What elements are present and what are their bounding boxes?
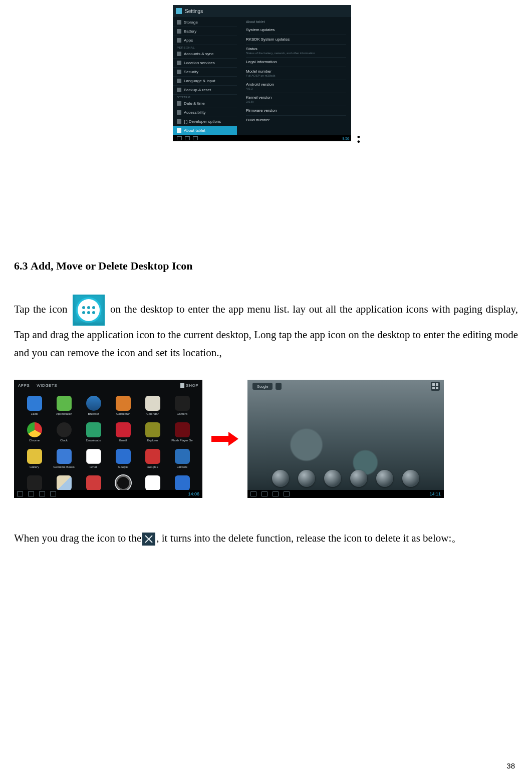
recents-icon bbox=[273, 491, 279, 496]
home-icon bbox=[185, 136, 190, 140]
app-label: Calendar bbox=[146, 412, 158, 415]
mic-icon bbox=[276, 383, 282, 390]
app-item: Gemeine Books bbox=[51, 449, 77, 468]
settings-screenshot: Settings Storage Battery Apps PERSONAL A… bbox=[173, 5, 359, 145]
app-item: Camera bbox=[169, 396, 195, 415]
app-item: Google bbox=[110, 449, 136, 468]
app-icon bbox=[57, 422, 72, 437]
app-item: 1688 bbox=[21, 396, 48, 415]
app-icon bbox=[57, 449, 72, 464]
app-label: Chrome bbox=[29, 439, 40, 442]
app-icon bbox=[27, 449, 42, 464]
app-label: Email bbox=[119, 439, 127, 442]
app-icon bbox=[57, 475, 72, 490]
app-item: Clock bbox=[51, 422, 77, 442]
home-icon bbox=[261, 491, 268, 496]
paragraph-1: Tap the icon on the desktop to enter the… bbox=[14, 295, 518, 362]
app-item: Gmail bbox=[80, 449, 107, 468]
app-label: Gallery bbox=[30, 465, 39, 468]
app-icon bbox=[86, 396, 101, 411]
apps-drawer-icon bbox=[73, 295, 105, 326]
app-item: Flash Player Se bbox=[169, 422, 195, 442]
app-icon bbox=[116, 449, 131, 464]
app-label: Explorer bbox=[147, 439, 158, 442]
app-icon bbox=[57, 396, 72, 411]
dock-icon bbox=[350, 470, 367, 487]
app-icon bbox=[27, 396, 42, 411]
app-icon bbox=[145, 396, 160, 411]
apps-button-icon bbox=[431, 382, 440, 391]
app-icon bbox=[145, 475, 160, 490]
app-drawer-screenshot: APPS WIDGETS SHOP 1688ApkInstallerBrowse… bbox=[14, 380, 202, 498]
app-icon bbox=[27, 475, 42, 490]
dock-icon bbox=[402, 470, 419, 487]
tab-widgets: WIDGETS bbox=[37, 383, 57, 388]
app-item: Google+ bbox=[139, 449, 166, 468]
app-icon bbox=[145, 449, 160, 464]
app-item: Downloads bbox=[80, 422, 107, 442]
app-label: Calculator bbox=[116, 412, 130, 415]
app-icon bbox=[175, 475, 190, 490]
app-item: ApkInstaller bbox=[51, 396, 77, 415]
close-icon bbox=[142, 533, 155, 546]
search-widget: Google bbox=[252, 383, 282, 390]
app-icon bbox=[27, 422, 42, 437]
dock-icon bbox=[324, 470, 341, 487]
app-label: Gmail bbox=[90, 465, 98, 468]
app-icon bbox=[86, 422, 101, 437]
app-label: Browser bbox=[88, 412, 99, 415]
app-label: Clock bbox=[60, 439, 68, 442]
home-icon bbox=[28, 491, 34, 496]
app-icon bbox=[86, 449, 101, 464]
dock-icon bbox=[298, 470, 315, 487]
colon-punct: : bbox=[356, 129, 361, 146]
desktop-screenshot: Google 14:11 bbox=[247, 380, 444, 498]
app-item: Browser bbox=[80, 396, 107, 415]
app-item: Explorer bbox=[139, 422, 166, 442]
back-icon bbox=[17, 491, 23, 496]
app-icon bbox=[175, 396, 190, 411]
recents-icon bbox=[39, 491, 45, 496]
back-icon bbox=[177, 136, 182, 140]
app-label: Latitude bbox=[177, 465, 187, 468]
app-item: Calendar bbox=[139, 396, 166, 415]
app-icon bbox=[116, 422, 131, 437]
tab-apps: APPS bbox=[18, 383, 30, 388]
clock-text: 9:56 bbox=[342, 137, 349, 140]
app-icon bbox=[86, 475, 101, 490]
app-icon bbox=[145, 422, 160, 437]
page-number: 38 bbox=[506, 761, 515, 770]
section-heading: 6.3 Add, Move or Delete Desktop Icon bbox=[14, 260, 518, 273]
app-label: ApkInstaller bbox=[56, 412, 72, 415]
vol-icon bbox=[50, 491, 56, 496]
app-icon bbox=[175, 449, 190, 464]
gear-icon bbox=[176, 8, 182, 14]
app-icon bbox=[175, 422, 190, 437]
app-label: Google+ bbox=[147, 465, 158, 468]
clock-text: 14:11 bbox=[429, 491, 441, 496]
recents-icon bbox=[193, 136, 198, 140]
dock-icon bbox=[376, 470, 393, 487]
app-label: Flash Player Se bbox=[171, 439, 192, 442]
screenshots-row: APPS WIDGETS SHOP 1688ApkInstallerBrowse… bbox=[14, 380, 518, 498]
app-item: Latitude bbox=[169, 449, 195, 468]
app-label: Google bbox=[118, 465, 128, 468]
app-label: 1688 bbox=[31, 412, 38, 415]
dock-icon bbox=[272, 470, 289, 487]
shop-icon bbox=[180, 383, 184, 388]
app-item: Gallery bbox=[21, 449, 48, 468]
app-item: Email bbox=[110, 422, 136, 442]
vol-icon bbox=[284, 491, 290, 496]
app-item: Chrome bbox=[21, 422, 48, 442]
app-label: Gemeine Books bbox=[53, 465, 75, 468]
app-icon bbox=[116, 396, 131, 411]
app-icon bbox=[116, 475, 131, 490]
settings-title: Settings bbox=[185, 9, 203, 14]
arrow-right-icon bbox=[211, 432, 238, 446]
shop-button: SHOP bbox=[180, 383, 198, 388]
paragraph-2: When you drag the icon to the , it turns… bbox=[14, 529, 518, 547]
clock-text: 14:06 bbox=[188, 491, 199, 496]
back-icon bbox=[250, 491, 256, 496]
app-label: Camera bbox=[177, 412, 187, 415]
app-item: Calculator bbox=[110, 396, 136, 415]
